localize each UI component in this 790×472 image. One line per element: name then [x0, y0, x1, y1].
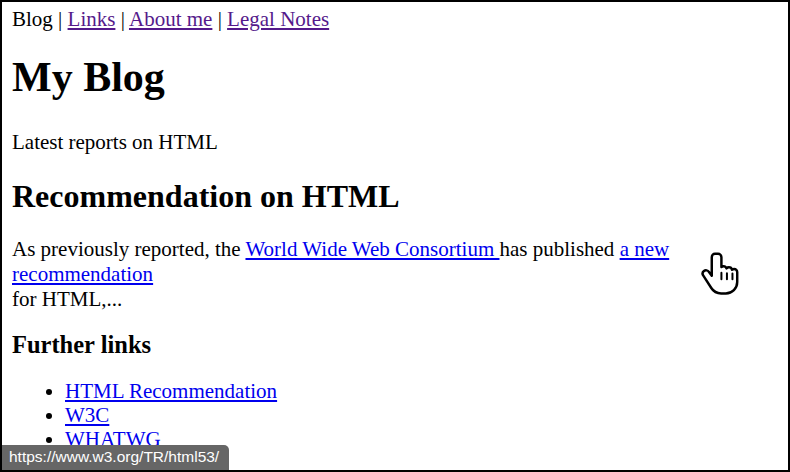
nav-item-blog-current: Blog: [12, 7, 53, 31]
further-links-heading: Further links: [12, 331, 778, 359]
link-html-recommendation[interactable]: HTML Recommendation: [65, 379, 277, 403]
nav-separator: |: [121, 7, 125, 31]
link-w3c[interactable]: W3C: [65, 403, 109, 427]
paragraph-text: has published: [499, 237, 619, 261]
article-paragraph: As previously reported, the World Wide W…: [12, 237, 778, 312]
browser-viewport: Blog | Links | About me | Legal Notes My…: [0, 0, 790, 472]
nav-separator: |: [218, 7, 222, 31]
paragraph-text: for HTML,...: [12, 287, 122, 311]
intro-text: Latest reports on HTML: [12, 130, 778, 154]
status-bar: https://www.w3.org/TR/html53/: [2, 445, 229, 470]
top-nav: Blog | Links | About me | Legal Notes: [12, 7, 778, 31]
further-links-list: HTML Recommendation W3C WHATWG: [12, 379, 778, 451]
article-heading: Recommendation on HTML: [12, 178, 778, 215]
nav-separator: |: [58, 7, 62, 31]
nav-link-links[interactable]: Links: [68, 7, 116, 31]
status-url: https://www.w3.org/TR/html53/: [9, 448, 219, 465]
paragraph-text: As previously reported, the: [12, 237, 245, 261]
list-item: HTML Recommendation: [65, 379, 778, 403]
page-title: My Blog: [12, 53, 778, 102]
list-item: W3C: [65, 403, 778, 427]
nav-link-about-me[interactable]: About me: [129, 7, 212, 31]
link-world-wide-web-consortium[interactable]: World Wide Web Consortium: [245, 237, 499, 261]
nav-link-legal-notes[interactable]: Legal Notes: [227, 7, 329, 31]
